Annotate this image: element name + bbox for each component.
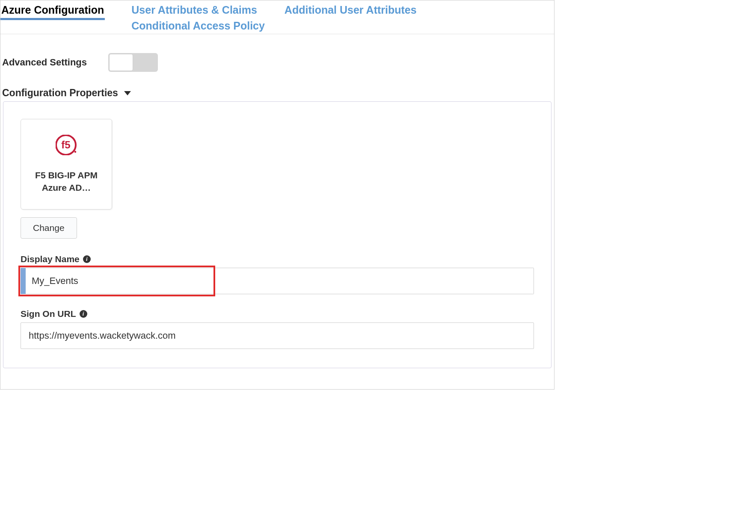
info-icon[interactable]: i bbox=[83, 255, 91, 263]
display-name-input[interactable] bbox=[21, 268, 534, 294]
f5-logo-icon: f5 bbox=[56, 135, 77, 157]
change-button[interactable]: Change bbox=[21, 217, 77, 239]
content-area: Advanced Settings Configuration Properti… bbox=[0, 34, 554, 377]
sign-on-url-input[interactable] bbox=[21, 322, 534, 349]
app-card[interactable]: f5 F5 BIG-IP APM Azure AD… bbox=[21, 119, 112, 210]
svg-text:f5: f5 bbox=[61, 139, 70, 151]
tabs-bar: Azure Configuration User Attributes & Cl… bbox=[0, 0, 554, 34]
app-card-label: F5 BIG-IP APM Azure AD… bbox=[35, 169, 98, 194]
sign-on-url-wrap bbox=[21, 322, 534, 349]
tab-additional-user-attributes[interactable]: Additional User Attributes bbox=[284, 2, 418, 18]
chevron-down-icon bbox=[124, 91, 131, 95]
config-properties-header[interactable]: Configuration Properties bbox=[1, 87, 553, 99]
info-icon[interactable]: i bbox=[80, 310, 87, 318]
toggle-knob bbox=[109, 54, 133, 71]
tab-conditional-access[interactable]: Conditional Access Policy bbox=[130, 18, 266, 34]
svg-point-2 bbox=[74, 151, 76, 153]
config-properties-title: Configuration Properties bbox=[2, 87, 118, 99]
sign-on-url-label: Sign On URL i bbox=[21, 309, 534, 319]
advanced-settings-label: Advanced Settings bbox=[2, 57, 87, 68]
advanced-settings-row: Advanced Settings bbox=[1, 53, 553, 72]
config-properties-panel: f5 F5 BIG-IP APM Azure AD… Change Displa… bbox=[3, 101, 551, 368]
display-name-label: Display Name i bbox=[21, 254, 534, 264]
advanced-settings-toggle[interactable] bbox=[108, 53, 158, 72]
display-name-wrap bbox=[21, 268, 534, 294]
tab-azure-config[interactable]: Azure Configuration bbox=[0, 2, 105, 20]
config-panel: Azure Configuration User Attributes & Cl… bbox=[0, 0, 554, 390]
tab-user-attributes[interactable]: User Attributes & Claims bbox=[130, 2, 258, 18]
